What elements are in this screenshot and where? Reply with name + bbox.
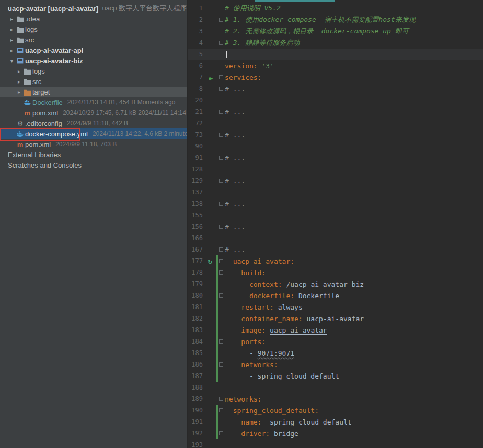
chevron-right-icon[interactable]: ▸ bbox=[16, 89, 22, 95]
code-text[interactable]: # ... bbox=[225, 200, 245, 208]
editor-line-73[interactable]: 73# ... bbox=[188, 129, 483, 140]
chevron-right-icon[interactable]: ▸ bbox=[16, 79, 22, 85]
tree-row-uacp-avatar-uacp-ai-avatar[interactable]: uacp-avatar [uacp-ai-avatar]uacp 数字人平台数字… bbox=[0, 3, 187, 14]
fold-marker[interactable] bbox=[219, 133, 223, 137]
code-text[interactable]: # ... bbox=[225, 223, 245, 231]
editor-line-178[interactable]: 178 build: bbox=[188, 267, 483, 278]
editor-line-1[interactable]: 1# 使用说明 V5.2 bbox=[188, 3, 483, 14]
editor-line-3[interactable]: 3# 2. 无需修改源码，根目录 docker-compose up 即可 bbox=[188, 26, 483, 37]
restart-service-icon[interactable]: ↻ bbox=[204, 257, 216, 265]
code-text[interactable] bbox=[225, 51, 227, 58]
editor-line-192[interactable]: 192 driver: bridge bbox=[188, 428, 483, 439]
code-text[interactable]: - spring_cloud_default bbox=[225, 372, 339, 380]
editor-line-156[interactable]: 156# ... bbox=[188, 221, 483, 232]
fold-marker[interactable] bbox=[219, 156, 223, 160]
tree-row-pom-xml[interactable]: mpom.xml2024/9/9 11:18, 703 B bbox=[0, 139, 187, 149]
fold-marker[interactable] bbox=[219, 110, 223, 114]
tree-row-logs[interactable]: ▸logs bbox=[0, 66, 187, 76]
tree-row-dockerfile[interactable]: Dockerfile2024/11/13 14:01, 454 B Moment… bbox=[0, 97, 187, 108]
code-text[interactable]: # ... bbox=[225, 131, 245, 139]
editor-line-191[interactable]: 191 name: spring_cloud_default bbox=[188, 416, 483, 428]
tree-row-external-libraries[interactable]: External Libraries bbox=[0, 149, 187, 160]
code-text[interactable]: driver: bridge bbox=[225, 430, 298, 438]
editor-line-186[interactable]: 186 networks: bbox=[188, 359, 483, 370]
tree-row-uacp-ai-avatar-api[interactable]: ▸uacp-ai-avatar-api bbox=[0, 45, 187, 55]
editor-line-167[interactable]: 167# ... bbox=[188, 244, 483, 255]
run-services-icon[interactable]: ▶▶ bbox=[204, 74, 216, 81]
editor-line-183[interactable]: 183 image: uacp-ai-avatar bbox=[188, 324, 483, 336]
editor-line-20[interactable]: 20 bbox=[188, 95, 483, 106]
fold-marker[interactable] bbox=[219, 431, 223, 435]
code-text[interactable]: networks: bbox=[225, 361, 278, 369]
tree-row-uacp-ai-avatar-biz[interactable]: ▾uacp-ai-avatar-biz bbox=[0, 55, 187, 66]
code-text[interactable]: # 2. 无需修改源码，根目录 docker-compose up 即可 bbox=[225, 27, 409, 36]
tree-row-pom-xml[interactable]: mpom.xml2024/10/29 17:45, 6.71 kB 2024/1… bbox=[0, 108, 187, 118]
code-text[interactable]: dockerfile: Dockerfile bbox=[225, 292, 339, 300]
editor-line-181[interactable]: 181 restart: always bbox=[188, 301, 483, 313]
fold-marker[interactable] bbox=[219, 270, 223, 275]
fold-marker[interactable] bbox=[219, 408, 223, 412]
code-text[interactable]: # ... bbox=[225, 108, 245, 116]
code-text[interactable]: version: '3' bbox=[225, 62, 274, 70]
fold-marker[interactable] bbox=[219, 179, 223, 183]
editor-line-182[interactable]: 182 container_name: uacp-ai-avatar bbox=[188, 313, 483, 324]
editor-line-185[interactable]: 185 - 9071:9071 bbox=[188, 347, 483, 359]
fold-marker[interactable] bbox=[219, 87, 223, 91]
editor-line-190[interactable]: 190 spring_cloud_default: bbox=[188, 405, 483, 416]
editor-line-21[interactable]: 21# ... bbox=[188, 106, 483, 117]
fold-marker[interactable] bbox=[219, 225, 223, 229]
chevron-right-icon[interactable]: ▸ bbox=[8, 16, 15, 22]
fold-marker[interactable] bbox=[219, 41, 223, 45]
editor-line-91[interactable]: 91# ... bbox=[188, 152, 483, 163]
fold-marker[interactable] bbox=[219, 397, 223, 401]
code-text[interactable]: # ... bbox=[225, 85, 245, 93]
editor-line-189[interactable]: 189networks: bbox=[188, 393, 483, 405]
code-text[interactable]: # ... bbox=[225, 177, 245, 185]
tree-row-idea[interactable]: ▸.idea bbox=[0, 14, 187, 24]
tree-row-src[interactable]: ▸src bbox=[0, 34, 187, 45]
code-text[interactable]: uacp-ai-avatar: bbox=[225, 257, 294, 265]
code-text[interactable]: # 1. 使用docker-compose 宿主机不需要配置host来发现 bbox=[225, 15, 416, 25]
code-text[interactable]: networks: bbox=[225, 395, 261, 403]
chevron-down-icon[interactable]: ▾ bbox=[8, 58, 15, 64]
editor-line-128[interactable]: 128 bbox=[188, 163, 483, 175]
editor-line-193[interactable]: 193 bbox=[188, 439, 483, 448]
code-text[interactable]: spring_cloud_default: bbox=[225, 407, 319, 415]
tree-row-src[interactable]: ▸src bbox=[0, 76, 187, 87]
chevron-right-icon[interactable]: ▸ bbox=[16, 68, 22, 74]
code-text[interactable]: - 9071:9071 bbox=[225, 349, 294, 357]
editor-line-137[interactable]: 137 bbox=[188, 186, 483, 198]
fold-marker[interactable] bbox=[219, 293, 223, 298]
editor-line-8[interactable]: 8# ... bbox=[188, 83, 483, 95]
editor-line-5[interactable]: 5 bbox=[188, 49, 483, 60]
code-text[interactable]: context: /uacp-ai-avatar-biz bbox=[225, 280, 364, 288]
fold-marker[interactable] bbox=[219, 75, 223, 79]
editor-line-187[interactable]: 187 - spring_cloud_default bbox=[188, 370, 483, 382]
fold-marker[interactable] bbox=[219, 247, 223, 252]
code-text[interactable]: name: spring_cloud_default bbox=[225, 418, 352, 426]
fold-marker[interactable] bbox=[219, 362, 223, 367]
chevron-right-icon[interactable]: ▸ bbox=[8, 48, 15, 53]
fold-marker[interactable] bbox=[219, 339, 223, 344]
code-text[interactable]: services: bbox=[225, 74, 261, 81]
editor-line-177[interactable]: 177↻ uacp-ai-avatar: bbox=[188, 255, 483, 267]
editor-line-180[interactable]: 180 dockerfile: Dockerfile bbox=[188, 290, 483, 301]
code-text[interactable]: ports: bbox=[225, 338, 266, 346]
code-text[interactable]: container_name: uacp-ai-avatar bbox=[225, 315, 364, 323]
fold-marker[interactable] bbox=[219, 18, 223, 22]
editor-line-2[interactable]: 2# 1. 使用docker-compose 宿主机不需要配置host来发现 bbox=[188, 14, 483, 26]
fold-marker[interactable] bbox=[219, 259, 223, 263]
editor-line-188[interactable]: 188 bbox=[188, 382, 483, 393]
chevron-right-icon[interactable]: ▸ bbox=[8, 27, 15, 32]
editor-line-90[interactable]: 90 bbox=[188, 140, 483, 152]
editor-line-7[interactable]: 7▶▶services: bbox=[188, 72, 483, 83]
chevron-right-icon[interactable]: ▸ bbox=[8, 37, 15, 43]
editor-line-6[interactable]: 6version: '3' bbox=[188, 60, 483, 72]
tree-row-scratches-and-consoles[interactable]: Scratches and Consoles bbox=[0, 160, 187, 170]
tree-row-target[interactable]: ▸target bbox=[0, 87, 187, 97]
code-text[interactable]: image: uacp-ai-avatar bbox=[225, 326, 327, 334]
fold-marker[interactable] bbox=[219, 202, 223, 206]
editor-line-72[interactable]: 72 bbox=[188, 117, 483, 129]
editor-line-155[interactable]: 155 bbox=[188, 209, 483, 221]
code-text[interactable]: # ... bbox=[225, 246, 245, 254]
